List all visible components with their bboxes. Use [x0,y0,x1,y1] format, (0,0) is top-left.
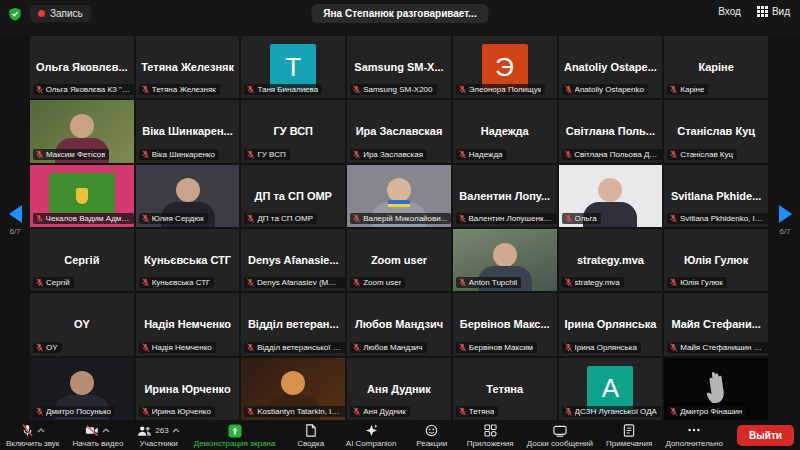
participant-tile[interactable]: ЭЭлеонора Полищук [453,36,557,98]
participant-label: Дмитро Посунько [33,406,115,417]
participant-tile[interactable]: Любов МандзичЛюбов Мандзич [347,293,451,355]
participant-label: ДСЗН Луганської ОДА [562,406,661,417]
toolbar-button-start-video[interactable]: Начать видео [73,423,124,448]
participant-tile[interactable]: Станіслав КуцСтаніслав Куц [664,100,768,162]
participant-label: Юлия Сердюк [139,213,208,224]
participant-tile[interactable]: Дмитро Посунько [30,358,134,420]
muted-mic-icon [141,278,150,287]
participant-tile[interactable]: ДП та СП ОМРДП та СП ОМР [241,165,345,227]
participant-tile[interactable]: АДСЗН Луганської ОДА [559,358,663,420]
muted-mic-icon [669,85,678,94]
participant-tile[interactable]: Svitlana Pkhide...Svitlana Pkhidenko, IC… [664,165,768,227]
participant-tile[interactable]: Юлія ГулюкЮлія Гулюк [664,229,768,291]
toolbar-button-share-screen[interactable]: Демонстрация экрана [194,423,276,448]
top-bar: Запись Яна Степанюк разговаривает... Вхо… [0,0,800,34]
participant-tile[interactable]: ГУ ВСПГУ ВСП [241,100,345,162]
view-button[interactable]: Вид [757,6,790,17]
participant-label: Каріне [667,84,708,95]
toolbar-label: Участники [139,439,177,448]
muted-mic-icon [246,278,255,287]
toolbar-button-participants[interactable]: 263Участники [137,423,181,448]
participant-label: Ольга Яковлєва КЗ "В... [33,84,134,95]
muted-mic-icon [141,407,150,416]
participant-label: Валерій Миколайови... [350,213,451,224]
participant-tile[interactable]: Denys Afanasie...Denys Afanasiev (МОУ... [241,229,345,291]
camera-off-icon [85,424,99,437]
participant-tile[interactable]: Чекалов Вадим Адмін... [30,165,134,227]
participant-tile[interactable]: Валерій Миколайови... [347,165,451,227]
notes-icon [623,424,635,437]
participant-tile[interactable]: Anatoliy Ostape...Anatoliy Ostapenko [559,36,663,98]
participant-label: Ира Заславская [350,149,427,160]
chevron-up-icon[interactable] [37,428,45,433]
toolbar-button-more[interactable]: Дополнительно [665,423,723,448]
participant-tile[interactable]: Світлана Поль...Світлана Польова ДО... [559,100,663,162]
share-screen-icon [228,424,242,438]
toolbar-button-apps[interactable]: Приложения [467,423,514,448]
gallery-next-page[interactable]: 6/7 [771,205,799,236]
participant-label: Майя Стефанишин Д... [667,342,768,353]
avatar: T [270,44,316,90]
participant-tile[interactable]: ТетянаТетяна [453,358,557,420]
participant-tile[interactable]: Дмитро Фінашин [664,358,768,420]
participant-tile[interactable]: Аня ДудникАня Дудник [347,358,451,420]
participant-tile[interactable]: Майя Стефани...Майя Стефанишин Д... [664,293,768,355]
chevron-up-icon[interactable] [102,428,110,433]
grid-view-icon [757,6,768,17]
recording-indicator[interactable]: Запись [30,5,91,22]
participant-tile[interactable]: Куньєвська СТГКуньєвська СТГ [136,229,240,291]
summary-icon [305,424,317,437]
participant-tile[interactable]: Ира ЗаславскаяИра Заславская [347,100,451,162]
participant-tile[interactable]: Ірина ОрлянськаІрина Орлянська [559,293,663,355]
participant-tile[interactable]: Максим Фетісов [30,100,134,162]
mic-muted-icon [21,424,34,437]
join-button[interactable]: Вход [718,6,741,17]
muted-mic-icon [352,150,361,159]
participant-tile[interactable]: Надія НемченкоНадія Немченко [136,293,240,355]
participant-tile[interactable]: Тетяна ЖелезнякТетяна Железняк [136,36,240,98]
ai-companion-icon [365,424,378,437]
participant-label: Чекалов Вадим Адмін... [33,213,134,224]
muted-mic-icon [458,278,467,287]
participant-label: Максим Фетісов [33,149,109,160]
muted-mic-icon [352,343,361,352]
toolbar-button-ai-companion[interactable]: AI Companion [346,423,397,448]
chevron-up-icon[interactable] [172,428,180,433]
participant-tile[interactable]: strategy.mvastrategy.mva [559,229,663,291]
participant-tile[interactable]: OYOY [30,293,134,355]
muted-mic-icon [564,214,573,223]
gallery-prev-page[interactable]: 6/7 [1,205,29,236]
participant-tile[interactable]: Kostiantyn Tatarkin, IR... [241,358,345,420]
participant-tile[interactable]: КарінеКаріне [664,36,768,98]
participant-label: Zoom user [350,277,405,288]
participant-label: strategy.mva [562,277,624,288]
toolbar-button-summary[interactable]: Сводка [289,423,333,448]
participant-label: OY [33,342,62,353]
participant-tile[interactable]: Валентин Лопу...Валентин Лопушенко,... [453,165,557,227]
participant-tile[interactable]: Ольга [559,165,663,227]
participant-tile[interactable]: СергійСергій [30,229,134,291]
arrow-right-icon [779,205,792,223]
participant-label: Denys Afanasiev (МОУ... [244,277,345,288]
participant-label: Ирина Юрченко [139,406,215,417]
toolbar-button-notes[interactable]: Примечания [606,423,652,448]
toolbar-label: Примечания [606,439,652,448]
active-speaker-banner: Яна Степанюк разговаривает... [311,4,488,23]
participant-tile[interactable]: Ольга Яковлєв...Ольга Яковлєва КЗ "В... [30,36,134,98]
participant-tile[interactable]: Anton Tupchii [453,229,557,291]
toolbar-button-reactions[interactable]: Реакции [410,423,454,448]
participant-tile[interactable]: TТаня Биналиева [241,36,345,98]
toolbar-button-unmute[interactable]: Включить звук [6,423,59,448]
leave-button[interactable]: Выйти [737,425,794,446]
participant-tile[interactable]: Samsung SM-X...Samsung SM-X200 [347,36,451,98]
participant-tile[interactable]: Юлия Сердюк [136,165,240,227]
participant-tile[interactable]: НадеждаНадежда [453,100,557,162]
participant-tile[interactable]: Відділ ветеран...Відділ ветеранської п..… [241,293,345,355]
participant-tile[interactable]: Віка Шинкарен...Віка Шинкаренко [136,100,240,162]
muted-mic-icon [669,278,678,287]
participant-label: Samsung SM-X200 [350,84,436,95]
participant-tile[interactable]: Ирина ЮрченкоИрина Юрченко [136,358,240,420]
participant-tile[interactable]: Бервінов Макс...Бервінов Максим [453,293,557,355]
toolbar-button-whiteboards[interactable]: Доски сообщений [527,423,593,448]
participant-tile[interactable]: Zoom userZoom user [347,229,451,291]
